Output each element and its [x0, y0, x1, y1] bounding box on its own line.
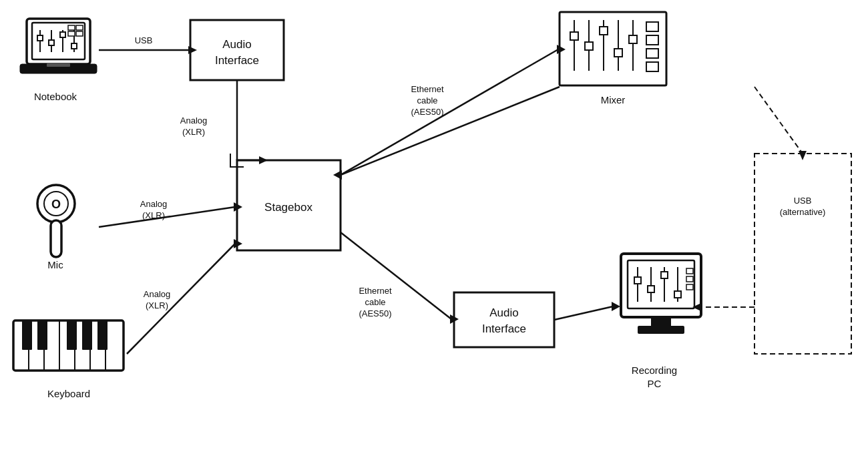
usb-alternative-dashed-box	[754, 154, 851, 354]
analog-xlr1-label1: Analog	[180, 116, 207, 126]
svg-rect-45	[638, 326, 684, 334]
ethernet-aes50-1-label2: cable	[417, 95, 437, 105]
svg-rect-44	[651, 317, 671, 327]
usb-top-label: USB	[135, 35, 153, 45]
svg-rect-43	[686, 284, 693, 290]
audio-interface-bottom-label1: Audio	[489, 306, 518, 319]
svg-rect-36	[648, 286, 654, 292]
svg-rect-12	[68, 31, 75, 36]
recording-pc-label1: Recording	[632, 365, 677, 376]
svg-rect-57	[22, 320, 32, 350]
usb-alt-to-mixer-arrowhead	[799, 151, 807, 160]
audio-interface-bottom-box	[454, 292, 554, 347]
audio-interface-top-label2: Interface	[215, 54, 259, 67]
ethernet-aes50-2-label1: Ethernet	[359, 286, 392, 296]
analog-xlr2-label1: Analog	[140, 199, 167, 209]
analog-xlr2-line	[99, 207, 235, 227]
audio-interface-bottom-label2: Interface	[482, 322, 526, 335]
svg-rect-30	[646, 62, 658, 71]
svg-text:O: O	[51, 198, 61, 211]
recording-pc-icon	[621, 254, 701, 334]
keyboard-label: Keyboard	[47, 388, 90, 399]
audio-interface-to-pc-line	[554, 306, 613, 320]
svg-rect-28	[646, 35, 658, 45]
diagram-svg: Notebook Audio Interface Stagebox	[0, 0, 868, 450]
mic-label: Mic	[47, 259, 63, 270]
svg-rect-13	[76, 31, 83, 36]
svg-rect-60	[82, 320, 92, 350]
keyboard-icon	[13, 320, 124, 371]
mixer-label: Mixer	[601, 94, 626, 105]
notebook-label: Notebook	[34, 91, 77, 102]
audio-interface-to-pc-arrowhead	[612, 302, 620, 311]
diagram-container: Notebook Audio Interface Stagebox	[0, 0, 868, 450]
svg-rect-10	[68, 25, 75, 30]
ethernet-aes50-2-line	[341, 232, 451, 319]
svg-rect-29	[646, 49, 658, 58]
svg-rect-3	[37, 35, 43, 41]
svg-rect-7	[60, 32, 65, 37]
svg-rect-38	[661, 272, 668, 278]
analog-xlr3-label2: (XLR)	[146, 300, 168, 310]
ethernet-aes50-1-line	[341, 49, 558, 175]
usb-alt-to-mixer-line	[754, 87, 803, 154]
svg-rect-5	[49, 40, 54, 45]
mixer-icon	[560, 12, 666, 85]
svg-rect-48	[51, 220, 61, 257]
svg-rect-26	[629, 35, 637, 43]
svg-rect-40	[674, 291, 681, 298]
ethernet-aes50-2-label2: cable	[365, 297, 385, 307]
mic-icon: O	[37, 185, 75, 257]
audio-interface-top-label1: Audio	[222, 38, 251, 51]
ethernet-aes50-1-label3: (AES50)	[411, 107, 443, 117]
analog-xlr2-label2: (XLR)	[142, 210, 165, 220]
stagebox-label: Stagebox	[264, 201, 312, 214]
svg-rect-11	[76, 25, 83, 30]
svg-rect-58	[37, 320, 47, 350]
svg-rect-34	[634, 277, 641, 284]
usb-alternative-label1: USB	[794, 196, 812, 206]
svg-rect-41	[686, 268, 693, 274]
recording-pc-label2: PC	[648, 378, 662, 389]
ethernet-aes50-2-label3: (AES50)	[359, 308, 391, 318]
notebook-icon	[20, 19, 97, 73]
mixer-to-stagebox-line	[341, 87, 560, 175]
svg-rect-61	[97, 320, 107, 350]
svg-rect-18	[570, 32, 578, 40]
analog-xlr1-label2: (XLR)	[182, 127, 205, 137]
svg-rect-27	[646, 22, 658, 31]
analog-xlr3-label1: Analog	[144, 289, 170, 299]
svg-rect-24	[614, 49, 622, 57]
usb-alternative-label2: (alternative)	[780, 207, 826, 217]
ethernet-aes50-1-label1: Ethernet	[411, 84, 444, 94]
svg-rect-15	[47, 63, 70, 67]
svg-rect-59	[67, 320, 77, 350]
svg-rect-20	[585, 42, 593, 50]
svg-rect-9	[71, 43, 77, 49]
svg-rect-42	[686, 276, 693, 282]
svg-rect-22	[600, 27, 608, 35]
